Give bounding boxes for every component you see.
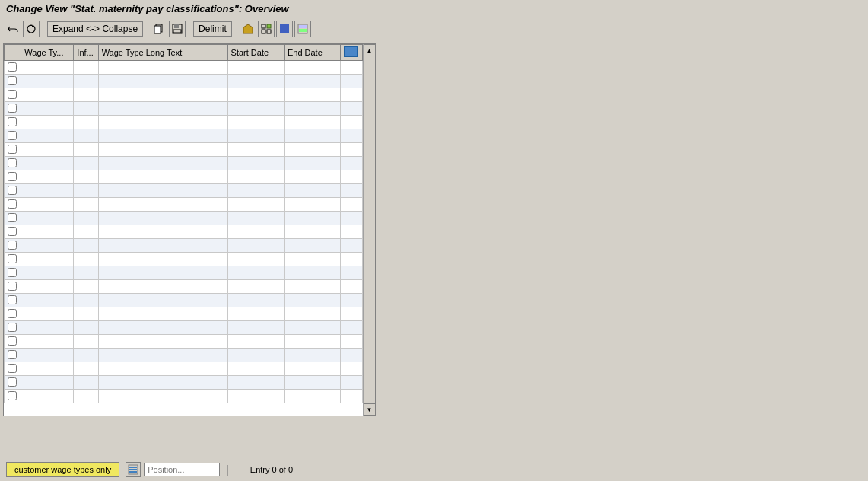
table-cell [21,75,74,88]
sort-icon[interactable] [258,21,275,37]
row-checkbox[interactable] [8,282,17,291]
table-cell [98,349,227,362]
row-checkbox[interactable] [8,350,17,359]
table-cell [341,321,363,335]
row-checkbox[interactable] [8,377,17,387]
row-checkbox[interactable] [8,213,17,222]
row-checkbox[interactable] [8,104,17,113]
svg-rect-2 [154,26,161,33]
table-cell [74,88,98,102]
table-cell [74,129,98,143]
row-checkbox[interactable] [8,309,17,318]
table-cell [98,335,227,349]
row-checkbox[interactable] [8,199,17,209]
table-cell [98,212,227,225]
table-cell [98,61,227,75]
table-cell [227,61,284,75]
table-cell [284,253,340,266]
copy-doc-icon[interactable] [151,21,167,37]
table-cell [341,61,363,75]
row-checkbox[interactable] [8,90,17,99]
svg-marker-6 [243,24,253,33]
scroll-down-button[interactable]: ▼ [364,403,376,416]
filter-icon[interactable] [240,21,256,37]
customer-wage-types-button[interactable]: customer wage types only [6,462,119,477]
row-checkbox[interactable] [8,186,17,195]
row-checkbox[interactable] [8,131,17,140]
table-cell [341,335,363,349]
table-row [5,212,363,225]
col-header-wagetype[interactable]: Wage Ty... [21,45,74,61]
table-cell [21,362,74,376]
main-content: alkart.com Wage Ty... Inf... Wage Type L… [0,40,868,460]
row-checkbox[interactable] [8,172,17,181]
row-checkbox[interactable] [8,158,17,167]
table-cell [341,157,363,170]
row-checkbox[interactable] [8,295,17,304]
table-cell [227,253,284,266]
row-checkbox[interactable] [8,254,17,263]
delimit-button[interactable]: Delimit [193,21,232,37]
more-icon[interactable] [294,21,311,37]
position-icon[interactable] [126,462,141,477]
row-checkbox[interactable] [8,391,17,400]
row-checkbox[interactable] [8,364,17,373]
table-cell [341,280,363,294]
table-cell [98,390,227,403]
col-header-inf[interactable]: Inf... [74,45,98,61]
table-cell [98,321,227,335]
row-checkbox[interactable] [8,76,17,85]
table-row [5,75,363,88]
table-cell [227,225,284,239]
table-cell [74,390,98,403]
table-row [5,116,363,129]
pipe-separator: | [226,463,229,476]
row-checkbox[interactable] [8,336,17,346]
position-input[interactable] [144,463,220,476]
table-cell [98,362,227,376]
col-header-enddate[interactable]: End Date [284,45,340,61]
table-cell [341,225,363,239]
status-bar: customer wage types only | Entry 0 of 0 [0,457,868,481]
svg-point-0 [27,25,35,33]
table-cell [21,280,74,294]
row-checkbox[interactable] [8,62,17,72]
table-cell [284,280,340,294]
expand-collapse-button[interactable]: Expand <-> Collapse [47,21,143,37]
table-cell [341,75,363,88]
table-cell [98,88,227,102]
row-checkbox[interactable] [8,240,17,250]
undo-icon[interactable] [5,21,21,37]
table-cell [284,75,340,88]
table-cell [74,349,98,362]
save-doc-icon[interactable] [169,21,186,37]
svg-rect-16 [299,29,307,32]
table-cell [21,307,74,321]
scroll-up-button[interactable]: ▲ [364,44,376,56]
table-cell [74,116,98,129]
col-header-longtext[interactable]: Wage Type Long Text [98,45,227,61]
table-cell [227,239,284,253]
find-icon[interactable] [276,21,293,37]
table-cell [98,116,227,129]
table-cell [284,335,340,349]
table-cell [341,239,363,253]
svg-rect-18 [129,467,137,468]
page-title: Change View "Stat. maternity pay classif… [6,3,289,14]
table-cell [341,170,363,184]
table-cell [74,225,98,239]
table-cell [74,198,98,212]
table-row [5,102,363,116]
table-cell [341,184,363,198]
table-cell [227,157,284,170]
table-row [5,129,363,143]
row-checkbox[interactable] [8,117,17,126]
table-cell [21,266,74,280]
col-header-startdate[interactable]: Start Date [227,45,284,61]
row-checkbox[interactable] [8,227,17,236]
row-checkbox[interactable] [8,268,17,277]
row-checkbox[interactable] [8,323,17,332]
row-checkbox[interactable] [8,145,17,154]
refresh-icon[interactable] [23,21,40,37]
table-cell [227,198,284,212]
